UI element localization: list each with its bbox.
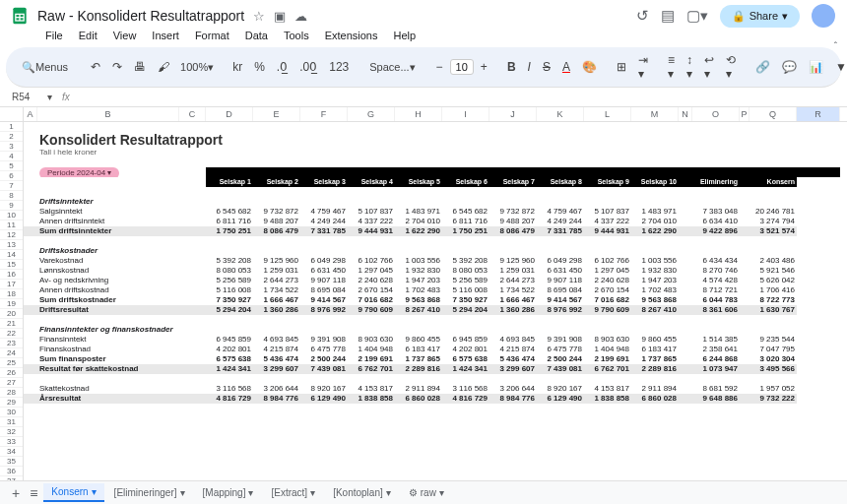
cell[interactable]: 4 337 222: [348, 217, 395, 226]
cell[interactable]: [348, 158, 395, 167]
cell[interactable]: 1 259 031: [489, 266, 537, 276]
cell[interactable]: [300, 423, 348, 433]
col-header-L[interactable]: L: [584, 107, 631, 121]
cell[interactable]: [24, 354, 37, 364]
cell[interactable]: [740, 315, 749, 325]
cell[interactable]: 4 153 817: [584, 384, 631, 394]
col-header-N[interactable]: N: [679, 107, 692, 121]
cell[interactable]: [395, 443, 442, 453]
cell[interactable]: [740, 305, 749, 315]
cell[interactable]: [442, 325, 489, 335]
cell[interactable]: Selskap 5: [395, 177, 442, 187]
cell[interactable]: [537, 413, 584, 423]
add-sheet-button[interactable]: +: [8, 485, 24, 501]
cell[interactable]: [692, 197, 740, 207]
cell[interactable]: 8 903 630: [348, 335, 395, 345]
cell[interactable]: 8 361 606: [692, 305, 740, 315]
cell[interactable]: [24, 122, 37, 132]
cell[interactable]: [348, 315, 395, 325]
cell[interactable]: [584, 315, 631, 325]
cell[interactable]: 9 391 908: [300, 335, 348, 345]
meet-icon[interactable]: ▢▾: [686, 7, 708, 25]
cell[interactable]: [679, 236, 692, 246]
cell[interactable]: 4 202 801: [442, 345, 489, 354]
cell[interactable]: [179, 266, 206, 276]
cell[interactable]: 6 762 701: [348, 364, 395, 374]
cell[interactable]: [584, 167, 631, 177]
cell[interactable]: [442, 404, 489, 413]
sheet-tab-kontoplan[interactable]: [Kontoplan]▾: [325, 484, 399, 501]
cell[interactable]: [631, 413, 679, 423]
cell[interactable]: [253, 315, 300, 325]
cell[interactable]: [679, 226, 692, 236]
cell[interactable]: [179, 197, 206, 207]
row-header-17[interactable]: 17: [0, 280, 23, 289]
cell[interactable]: [692, 453, 740, 463]
cell[interactable]: [37, 423, 179, 433]
cell[interactable]: 6 129 490: [537, 394, 584, 404]
cell[interactable]: Skattekostnad: [37, 384, 179, 394]
cell[interactable]: 9 125 960: [489, 256, 537, 266]
cell[interactable]: [179, 276, 206, 285]
cell[interactable]: [584, 374, 631, 384]
cell[interactable]: [692, 404, 740, 413]
cell[interactable]: [442, 197, 489, 207]
row-header-34[interactable]: 34: [0, 447, 23, 457]
cell[interactable]: Sum finansposter: [37, 354, 179, 364]
cell[interactable]: [300, 158, 348, 167]
cell[interactable]: [395, 463, 442, 472]
cell[interactable]: 4 574 428: [692, 276, 740, 285]
cell[interactable]: Selskap 8: [537, 177, 584, 187]
cell[interactable]: [692, 315, 740, 325]
cell[interactable]: 1 737 865: [395, 354, 442, 364]
cell[interactable]: [24, 246, 37, 256]
cell[interactable]: [537, 187, 584, 197]
menu-edit[interactable]: Edit: [73, 28, 103, 43]
cell[interactable]: [679, 305, 692, 315]
cell[interactable]: 6 102 766: [348, 256, 395, 266]
cell[interactable]: [631, 187, 679, 197]
cell[interactable]: [395, 197, 442, 207]
cell[interactable]: 5 392 208: [206, 256, 253, 266]
cell[interactable]: 3 495 566: [749, 364, 797, 374]
row-header-25[interactable]: 25: [0, 358, 23, 368]
cell[interactable]: [348, 413, 395, 423]
cell[interactable]: [179, 354, 206, 364]
cell[interactable]: [442, 236, 489, 246]
cell[interactable]: 1 737 865: [631, 354, 679, 364]
cell[interactable]: [537, 167, 584, 177]
name-box[interactable]: R54: [8, 90, 47, 104]
cell[interactable]: [749, 325, 797, 335]
cell[interactable]: [692, 122, 740, 132]
cell[interactable]: Varekostnad: [37, 256, 179, 266]
cell[interactable]: [395, 413, 442, 423]
cell[interactable]: 8 920 167: [300, 384, 348, 394]
cell[interactable]: 9 732 872: [489, 207, 537, 217]
row-header-6[interactable]: 6: [0, 171, 23, 181]
cell[interactable]: [679, 463, 692, 472]
cell[interactable]: [300, 197, 348, 207]
cell[interactable]: [679, 276, 692, 285]
cell[interactable]: [24, 266, 37, 276]
cell[interactable]: [300, 443, 348, 453]
cell[interactable]: [749, 443, 797, 453]
cell[interactable]: [253, 246, 300, 256]
cell[interactable]: [489, 236, 537, 246]
cell[interactable]: [631, 122, 679, 132]
cell[interactable]: 5 626 042: [749, 276, 797, 285]
cell[interactable]: [679, 364, 692, 374]
cell[interactable]: 7 439 081: [300, 364, 348, 374]
cell[interactable]: [253, 236, 300, 246]
cell[interactable]: [300, 187, 348, 197]
cell[interactable]: [797, 167, 840, 177]
cell[interactable]: [489, 325, 537, 335]
cell[interactable]: [395, 236, 442, 246]
cell[interactable]: 8 903 630: [584, 335, 631, 345]
cell[interactable]: [300, 236, 348, 246]
cell[interactable]: 1 838 858: [584, 394, 631, 404]
cell[interactable]: [206, 413, 253, 423]
cell[interactable]: [797, 315, 840, 325]
cell[interactable]: [206, 453, 253, 463]
col-header-D[interactable]: D: [206, 107, 253, 121]
cell[interactable]: [395, 122, 442, 132]
